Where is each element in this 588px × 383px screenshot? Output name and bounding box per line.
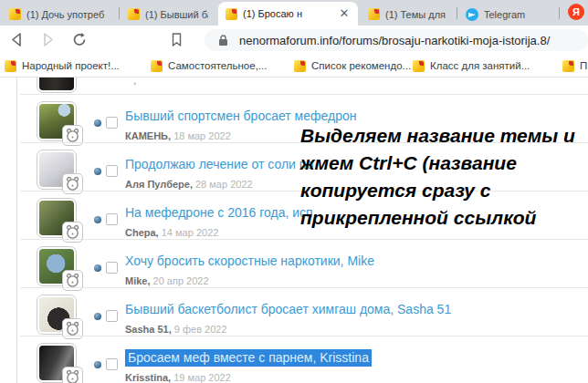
bookmark-label: Класс для занятий...: [430, 60, 530, 71]
forward-icon[interactable]: [40, 32, 56, 47]
bookmark-label: П. К: [580, 60, 588, 71]
thread-title-link[interactable]: Бросаем меф вместе с парнем, Krisstina: [125, 350, 372, 365]
reload-icon[interactable]: [72, 32, 88, 47]
forum-favicon-icon: [128, 8, 140, 20]
thread-title-link[interactable]: На мефедроне с 2016 года, исп: [125, 205, 313, 220]
unread-dot-icon: [94, 216, 101, 223]
tab-divider: [119, 7, 120, 19]
thread-checkbox[interactable]: [106, 165, 118, 177]
thread-author-link[interactable]: Mike,: [125, 275, 151, 286]
thread-checkbox[interactable]: [106, 213, 118, 225]
tab-doch[interactable]: (1) Дочь употреб: [2, 3, 117, 26]
tab-label: Telegram: [484, 9, 533, 20]
thread-checkbox[interactable]: [106, 117, 118, 129]
thread-date: 14 мар 2022: [162, 227, 219, 238]
bookmarks-bar: Народный проект!... Самостоятельное,... …: [0, 54, 588, 78]
tab-byvshij[interactable]: (1) Бывший баск: [121, 3, 215, 26]
unread-dot-icon: [94, 361, 101, 368]
tab-label: (1) Бывший баск: [145, 9, 208, 20]
thread-meta: Krisstina, 19 мар 2022: [125, 372, 231, 383]
tab-bar: (1) Дочь употреб (1) Бывший баск (1) Бро…: [0, 0, 588, 26]
navigation-bar: nenormaforum.info/forums/brosaju-narkoti…: [0, 26, 588, 54]
annotation-line: жмем Ctrl+C (название: [300, 150, 588, 177]
forum-favicon-icon: [562, 60, 574, 72]
forum-favicon-icon: [151, 60, 163, 72]
tab-brosaju-active[interactable]: (1) Бросаю н ✕: [218, 2, 358, 26]
annotation-line: копируется сразу с: [300, 177, 588, 204]
lock-icon: [218, 35, 228, 47]
thread-title-link[interactable]: Бывший баскетболист бросает химгаш дома,…: [125, 302, 451, 316]
thread-meta: КАМЕНЬ, 18 мар 2022: [125, 130, 231, 141]
forum-favicon-icon: [294, 60, 306, 72]
tab-label: (1) Бросаю н: [243, 8, 332, 19]
thread-author-link[interactable]: Аля Пулбере,: [125, 179, 193, 190]
selected-text: Бросаем меф вместе с парнем, Krisstina: [125, 349, 372, 367]
tab-label: (1) Темы для ред: [385, 9, 448, 20]
thread-meta: Mike, 20 апр 2022: [125, 275, 209, 286]
annotation-text: Выделяем название темы и жмем Ctrl+C (на…: [300, 122, 588, 232]
browser-window: (1) Дочь употреб (1) Бывший баск (1) Бро…: [0, 0, 588, 383]
thread-author-link[interactable]: Chepa,: [125, 227, 159, 238]
bookmark-label: Народный проект!...: [22, 60, 120, 71]
tab-telegram[interactable]: Telegram: [458, 3, 541, 26]
annotation-line: Выделяем название темы и: [300, 122, 588, 150]
row-divider: [20, 239, 588, 240]
thread-author-link[interactable]: КАМЕНЬ,: [125, 130, 171, 141]
tab-close-icon[interactable]: ✕: [338, 7, 351, 20]
thread-title-link[interactable]: Хочу бросить скоростные наркотики, Mike: [125, 254, 374, 268]
thread-author-link[interactable]: Sasha 51,: [125, 324, 172, 335]
thread-meta: Chepa, 14 мар 2022: [125, 227, 218, 238]
bookmark-item[interactable]: Класс для занятий...: [413, 57, 530, 74]
thread-date: 19 мар 2022: [173, 372, 231, 383]
thread-date: 28 мар 2022: [195, 179, 253, 190]
thread-checkbox[interactable]: [106, 358, 118, 370]
thread-date: 20 апр 2022: [153, 275, 209, 286]
avatar[interactable]: [37, 78, 77, 93]
tab-divider: [559, 7, 560, 19]
url-text: nenormaforum.info/forums/brosaju-narkoti…: [239, 34, 550, 47]
tab-label: (1) Дочь употреб: [26, 9, 110, 20]
bookmark-item[interactable]: Список рекомендо...: [294, 57, 411, 74]
unread-dot-icon: [94, 313, 101, 320]
thread-author-link[interactable]: Krisstina,: [125, 372, 171, 383]
unread-dot-icon: [94, 264, 101, 272]
bookmark-item[interactable]: Самостоятельное,...: [151, 57, 267, 74]
row-divider: [20, 336, 588, 336]
thread-checkbox[interactable]: [106, 310, 118, 322]
thread-date: 18 мар 2022: [173, 130, 231, 141]
yandex-badge[interactable]: Я: [568, 4, 584, 20]
forum-favicon-icon: [226, 8, 237, 20]
address-bar[interactable]: nenormaforum.info/forums/brosaju-narkoti…: [205, 29, 588, 51]
unread-dot-icon: [94, 119, 101, 127]
thread-meta: Аля Пулбере, 28 мар 2022: [125, 179, 253, 190]
thread-title-link[interactable]: Бывший спортсмен бросает мефедрон: [125, 109, 356, 123]
thread-date: 9 фев 2022: [174, 324, 227, 335]
tab-temy[interactable]: (1) Темы для ред: [361, 3, 456, 26]
forum-favicon-icon: [9, 8, 21, 20]
bookmark-item[interactable]: Народный проект!...: [5, 57, 120, 74]
partial-row-text: ,: [133, 78, 136, 87]
bookmark-item[interactable]: П. К: [562, 57, 588, 74]
content-left-border: [16, 78, 17, 383]
forum-favicon-icon: [413, 60, 425, 72]
unread-dot-icon: [94, 168, 101, 175]
telegram-icon: [466, 8, 478, 21]
forum-favicon-icon: [368, 8, 380, 20]
row-divider: [20, 287, 588, 288]
row-divider: [20, 94, 588, 95]
tab-divider: [457, 7, 457, 19]
bookmark-label: Самостоятельное,...: [168, 60, 267, 71]
thread-title-link[interactable]: Продолжаю лечение от соли по: [125, 157, 313, 171]
annotation-line: прикрепленной ссылкой: [300, 204, 588, 232]
back-icon[interactable]: [9, 32, 25, 47]
forum-favicon-icon: [5, 60, 16, 72]
thread-meta: Sasha 51, 9 фев 2022: [125, 324, 227, 335]
bookmark-ribbon-icon[interactable]: [169, 32, 184, 47]
alarm-clock-icon: [62, 367, 83, 383]
bookmark-label: Список рекомендо...: [311, 60, 411, 71]
thread-checkbox[interactable]: [106, 262, 118, 274]
